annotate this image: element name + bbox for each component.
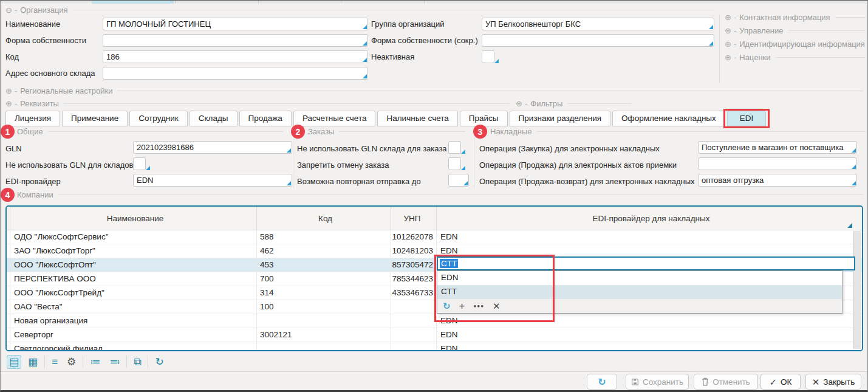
tab-warehouses[interactable]: Склады: [190, 111, 238, 126]
open-external-icon[interactable]: ⧉: [131, 355, 143, 369]
cell-unp[interactable]: 102481203: [391, 244, 437, 258]
cell-edi-provider[interactable]: EDN: [437, 342, 862, 351]
cell-code[interactable]: 100: [257, 300, 391, 314]
cell-code[interactable]: [257, 314, 391, 328]
side-section-contacts[interactable]: ⊕ - Контактная информация: [725, 13, 866, 22]
table-row[interactable]: Новая организация EDN: [7, 314, 862, 328]
sale-op-field[interactable]: [698, 157, 857, 170]
tab-note[interactable]: Примечание: [62, 111, 128, 126]
more-icon[interactable]: ●●●: [474, 304, 485, 309]
cell-code[interactable]: 314: [257, 286, 391, 300]
tab-edi[interactable]: EDI: [727, 111, 767, 126]
tab-bank-accounts[interactable]: Расчетные счета: [293, 111, 376, 126]
side-section-markups[interactable]: ⊕ - Наценки: [725, 53, 866, 62]
tab-cash-accounts[interactable]: Наличные счета: [377, 111, 457, 126]
cell-edi-provider[interactable]: EDN: [437, 314, 862, 328]
cell-unp[interactable]: 101262078: [391, 230, 437, 244]
cell-unp[interactable]: 785344623: [391, 272, 437, 286]
cell-name[interactable]: Новая организация: [10, 314, 257, 328]
no-gln-order-checkbox[interactable]: [448, 141, 461, 154]
section-header-regional[interactable]: ⊕ - Региональные настройки: [5, 86, 863, 95]
ownership-field[interactable]: [103, 34, 368, 47]
address-field[interactable]: [103, 67, 368, 80]
expand-icon[interactable]: ⊕: [725, 26, 731, 35]
add-icon[interactable]: +: [459, 301, 465, 311]
save-button[interactable]: Сохранить: [626, 374, 689, 390]
purchase-op-field[interactable]: Поступление в магазин от поставщика: [698, 141, 857, 154]
edi-provider-cell-editor[interactable]: CTT: [437, 256, 855, 270]
cell-edi-provider[interactable]: EDN: [437, 244, 862, 258]
dropdown-option-edn[interactable]: EDN: [437, 271, 842, 285]
cell-name[interactable]: ОАО "Веста": [10, 300, 257, 314]
tab-license[interactable]: Лицензия: [5, 111, 60, 126]
return-op-field[interactable]: оптовая отгрузка: [698, 174, 857, 187]
tab-pricelists[interactable]: Прайсы: [460, 111, 508, 126]
list-view-icon[interactable]: ▤: [7, 355, 21, 369]
expand-icon[interactable]: ⊕: [5, 99, 12, 108]
gln-field[interactable]: 2021023981686: [133, 141, 292, 154]
section-header-rekvizity[interactable]: ⊕ - Реквизиты: [5, 99, 510, 108]
table-row[interactable]: Северторг 3002121 EDN: [7, 328, 862, 342]
refresh-button[interactable]: ↻: [587, 374, 617, 390]
table-row[interactable]: Светлогорский филиал EDN: [7, 342, 862, 351]
code-field[interactable]: 186: [103, 50, 368, 63]
table-row[interactable]: ОДО "ЛюксСофтСервис" 588 101262078 EDN: [7, 230, 862, 244]
cell-name[interactable]: Светлогорский филиал: [10, 342, 257, 351]
section-header-filters[interactable]: ⊕ - Фильтры: [516, 99, 631, 108]
tab-separation-flags[interactable]: Признаки разделения: [510, 111, 611, 126]
cell-code[interactable]: [257, 342, 391, 351]
close-button[interactable]: ✕ Закрыть: [805, 374, 861, 390]
numbered-list-icon[interactable]: ≔: [87, 355, 103, 369]
name-field[interactable]: ГП МОЛОЧНЫЙ ГОСТИНЕЦ: [103, 18, 368, 30]
grid-view-icon[interactable]: ▦: [26, 355, 40, 369]
cell-name[interactable]: ООО "ЛюксСофтОпт": [10, 258, 257, 272]
group-field[interactable]: УП Белкоопвнешторг БКС: [482, 18, 714, 30]
tab-invoice-layout[interactable]: Оформление накладных: [612, 111, 725, 126]
refresh-icon[interactable]: ↻: [443, 301, 451, 311]
column-header-code[interactable]: Код: [257, 207, 391, 230]
dropdown-option-ctt[interactable]: CTT: [437, 285, 842, 299]
no-gln-checkbox[interactable]: [133, 157, 146, 170]
expand-icon[interactable]: ⊕: [516, 99, 522, 108]
tab-sales[interactable]: Продажа: [239, 111, 292, 126]
column-header-unp[interactable]: УНП: [391, 207, 437, 230]
cell-name[interactable]: ОДО "ЛюксСофтСервис": [10, 230, 257, 244]
settings-gear-icon[interactable]: ⚙: [64, 355, 78, 369]
reload-icon[interactable]: ↻: [152, 355, 166, 369]
column-header-name[interactable]: Наименование: [10, 207, 257, 230]
cell-unp[interactable]: [391, 314, 437, 328]
cell-name[interactable]: Северторг: [10, 328, 257, 342]
add-to-list-icon[interactable]: ≕: [107, 355, 122, 369]
cell-code[interactable]: 3002121: [257, 328, 391, 342]
column-header-edi-provider[interactable]: EDI-провайдер для накладных: [437, 207, 862, 230]
cell-code[interactable]: 700: [257, 272, 391, 286]
cell-edi-provider[interactable]: EDN: [437, 230, 862, 244]
cancel-button[interactable]: Отменить: [694, 374, 758, 390]
expand-icon[interactable]: ⊕: [5, 86, 12, 95]
side-section-management[interactable]: ⊕ - Управление: [725, 26, 866, 35]
tab-employee[interactable]: Сотрудник: [129, 111, 188, 126]
cell-unp[interactable]: [391, 342, 437, 351]
side-section-identification[interactable]: ⊕ - Идентифицирующая информация: [725, 40, 866, 49]
edi-provider-field[interactable]: EDN: [133, 174, 292, 187]
cell-code[interactable]: 453: [257, 258, 391, 272]
cell-unp[interactable]: [391, 300, 437, 314]
cell-unp[interactable]: 857305472: [391, 258, 437, 272]
cell-code[interactable]: 462: [257, 244, 391, 258]
cell-name[interactable]: ПЕРСПЕКТИВА ООО: [10, 272, 257, 286]
expand-icon[interactable]: ⊕: [725, 53, 731, 62]
ownership-short-field[interactable]: [482, 34, 714, 47]
ok-button[interactable]: ✓ ОК: [760, 374, 801, 390]
expand-icon[interactable]: ⊕: [725, 13, 731, 22]
cell-edi-provider[interactable]: EDN: [437, 328, 862, 342]
table-vertical-scrollbar[interactable]: [853, 231, 861, 349]
expand-icon[interactable]: ⊕: [725, 40, 731, 49]
cell-name[interactable]: ООО "ЛюксСофтТрейд": [10, 286, 257, 300]
deny-cancel-checkbox[interactable]: [448, 157, 461, 170]
cell-unp[interactable]: 435346733: [391, 286, 437, 300]
collapse-icon[interactable]: ⊖: [5, 5, 12, 15]
inactive-checkbox[interactable]: [482, 50, 494, 63]
resend-until-field[interactable]: [448, 174, 469, 187]
cell-name[interactable]: ЗАО "ЛюксСофтТорг": [10, 244, 257, 258]
cell-code[interactable]: 588: [257, 230, 391, 244]
